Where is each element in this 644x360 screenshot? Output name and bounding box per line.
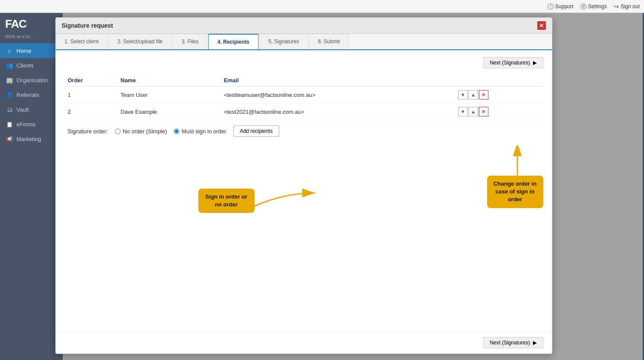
signature-order-label: Signature order:	[68, 128, 108, 135]
next-label-top: Next (Signatures)	[490, 60, 530, 66]
sidebar-item-vault[interactable]: 🗂 Vault	[0, 102, 63, 117]
main-content: Signature request ✕ 1. Select client 2. …	[63, 13, 644, 360]
row2-delete-button[interactable]: ✕	[479, 107, 488, 116]
tab-recipients[interactable]: 4. Recipients	[208, 34, 258, 49]
signature-request-modal: Signature request ✕ 1. Select client 2. …	[55, 17, 552, 354]
col-actions	[455, 74, 543, 87]
row2-order: 2	[64, 103, 117, 120]
clients-icon: 👥	[6, 62, 13, 69]
row2-move-up-button[interactable]: ▲	[469, 107, 478, 116]
col-email: Email	[220, 74, 455, 87]
wizard-tabs: 1. Select client 2. Select/upload file 3…	[56, 34, 552, 50]
sidebar-label-eforms: eForms	[16, 121, 35, 128]
modal-footer: Next (Signatures) ▶	[56, 331, 552, 354]
row1-move-up-button[interactable]: ▲	[469, 90, 478, 100]
row1-move-down-button[interactable]: ▼	[458, 90, 468, 100]
must-sign-option[interactable]: Must sign in order	[174, 128, 226, 135]
support-icon: ?	[548, 3, 554, 10]
organisation-icon: 🏢	[6, 77, 13, 84]
sidebar: FAC Work as a te... ⌂ Home 👥 Clients 🏢 O…	[0, 13, 63, 360]
signout-icon: ↪	[614, 3, 619, 10]
sidebar-label-clients: Clients	[16, 62, 34, 69]
modal-close-button[interactable]: ✕	[537, 21, 546, 30]
row2-move-down-button[interactable]: ▼	[458, 107, 468, 116]
table-row: 2 Dave Example <test2021@factsonline.com…	[64, 103, 543, 120]
home-icon: ⌂	[6, 47, 13, 54]
sidebar-item-referrals[interactable]: 👤 Referrals	[0, 87, 63, 102]
signature-order-row: Signature order: No order (Simple) Must …	[64, 120, 543, 142]
tab-signatures[interactable]: 5. Signatures	[259, 34, 308, 49]
sidebar-item-clients[interactable]: 👥 Clients	[0, 58, 63, 73]
no-order-radio[interactable]	[115, 129, 121, 134]
row2-actions: ▼ ▲ ✕	[455, 103, 543, 120]
sidebar-label-vault: Vault	[16, 106, 29, 113]
settings-icon: ⚙	[580, 3, 587, 10]
next-signatures-button-bottom[interactable]: Next (Signatures) ▶	[483, 337, 543, 348]
tooltip-change-order: Change order in case of sign in order	[487, 176, 543, 208]
row1-order: 1	[64, 87, 117, 103]
next-arrow-top: ▶	[533, 60, 537, 66]
next-label-bottom: Next (Signatures)	[490, 340, 530, 346]
logo: FAC	[0, 13, 63, 34]
table-row: 1 Team User <testteamuser@factsonline.co…	[64, 87, 543, 103]
sidebar-item-eforms[interactable]: 📋 eForms	[0, 117, 63, 132]
tooltip-sign-order-text: Sign in order or no order	[205, 193, 247, 208]
col-order: Order	[64, 74, 117, 87]
eforms-icon: 📋	[6, 121, 13, 128]
sidebar-item-home[interactable]: ⌂ Home	[0, 43, 63, 58]
tooltip-change-order-text: Change order in case of sign in order	[494, 180, 537, 202]
row1-order-controls: ▼ ▲ ✕	[458, 90, 540, 100]
row2-name: Dave Example	[117, 103, 220, 120]
settings-button[interactable]: ⚙ Settings	[580, 3, 607, 10]
row2-email: <test2021@factsonline.com.au>	[220, 103, 455, 120]
col-name: Name	[117, 74, 220, 87]
vault-icon: 🗂	[6, 106, 13, 113]
tab-files[interactable]: 3. Files	[172, 34, 207, 49]
row1-actions: ▼ ▲ ✕	[455, 87, 543, 103]
referrals-icon: 👤	[6, 91, 13, 98]
settings-label: Settings	[588, 3, 607, 10]
row1-name: Team User	[117, 87, 220, 103]
tab-submit[interactable]: 6. Submit	[309, 34, 349, 49]
modal-body: Next (Signatures) ▶ Order Name Email	[56, 50, 552, 331]
tab-select-client[interactable]: 1. Select client	[56, 34, 108, 49]
sidebar-item-organisation[interactable]: 🏢 Organisation	[0, 73, 63, 87]
sidebar-label-home: Home	[16, 48, 32, 54]
recipients-table: Order Name Email 1 Team User <testteamus…	[64, 74, 543, 120]
add-recipients-button[interactable]: Add recipients	[233, 125, 279, 137]
no-order-label: No order (Simple)	[123, 128, 167, 135]
next-signatures-button-top[interactable]: Next (Signatures) ▶	[483, 57, 543, 68]
sidebar-label-referrals: Referrals	[16, 92, 39, 98]
row1-email: <testteamuser@factsonline.com.au>	[220, 87, 455, 103]
no-order-option[interactable]: No order (Simple)	[115, 128, 167, 135]
signout-button[interactable]: ↪ Sign out	[614, 3, 640, 10]
top-next-row: Next (Signatures) ▶	[64, 57, 543, 68]
marketing-icon: 📢	[6, 135, 13, 142]
modal-header: Signature request ✕	[56, 18, 552, 34]
sidebar-label-organisation: Organisation	[16, 77, 48, 84]
must-sign-radio[interactable]	[174, 129, 179, 134]
tab-select-upload[interactable]: 2. Select/upload file	[108, 34, 172, 49]
delete-icon: ✕	[481, 92, 485, 98]
delete-icon: ✕	[481, 109, 485, 115]
row2-order-controls: ▼ ▲ ✕	[458, 107, 540, 116]
support-label: Support	[555, 3, 574, 10]
arrow-sign-order	[242, 184, 328, 210]
app-layout: FAC Work as a te... ⌂ Home 👥 Clients 🏢 O…	[0, 13, 644, 360]
top-bar: ? Support ⚙ Settings ↪ Sign out	[0, 0, 644, 13]
row1-delete-button[interactable]: ✕	[479, 90, 488, 100]
next-arrow-bottom: ▶	[533, 340, 537, 346]
tagline: Work as a te...	[0, 34, 63, 43]
signout-label: Sign out	[621, 3, 640, 10]
must-sign-label: Must sign in order	[182, 128, 226, 135]
sidebar-item-marketing[interactable]: 📢 Marketing	[0, 132, 63, 146]
support-button[interactable]: ? Support	[548, 3, 574, 10]
modal-title: Signature request	[62, 22, 113, 29]
sidebar-label-marketing: Marketing	[16, 136, 41, 142]
